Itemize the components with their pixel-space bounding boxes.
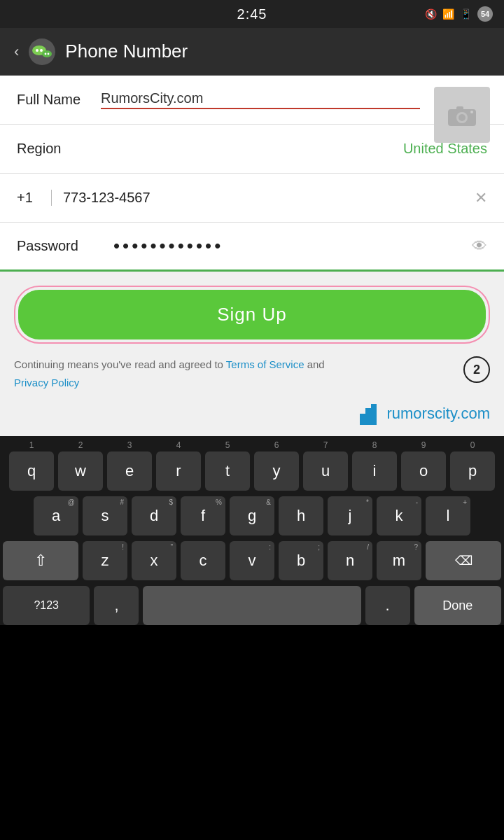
key-h[interactable]: h	[279, 496, 323, 536]
kb-row-3: ⇧ z! x" c v: b; n/ m? ⌫	[3, 541, 501, 580]
shift-key[interactable]: ⇧	[3, 541, 78, 580]
num-hint-6: 6	[254, 440, 299, 450]
key-y[interactable]: y	[254, 451, 299, 491]
key-c[interactable]: c	[181, 541, 225, 580]
terms-text: Continuing means you've read and agreed …	[14, 358, 223, 370]
terms-area: Continuing means you've read and agreed …	[0, 351, 504, 396]
key-x[interactable]: x"	[132, 541, 176, 580]
period-key[interactable]: .	[365, 586, 410, 625]
phone-number[interactable]: 773-123-4567	[63, 190, 475, 206]
wifi-icon: 📶	[442, 8, 454, 20]
privacy-link[interactable]: Privacy Policy	[14, 374, 456, 391]
kb-num-row: 1 2 3 4 5 6 7 8 9 0	[3, 440, 501, 450]
kb-row-2: a@ s# d$ f% g& h j* k- l+	[3, 496, 501, 536]
keyboard: 1 2 3 4 5 6 7 8 9 0 q w e r t y u i o p …	[0, 436, 504, 625]
and-text: and	[307, 358, 325, 370]
terms-text-block: Continuing means you've read and agreed …	[14, 356, 456, 391]
svg-point-3	[40, 49, 43, 52]
done-key[interactable]: Done	[414, 586, 501, 625]
num-hint-1: 1	[9, 440, 54, 450]
num-hint-5: 5	[205, 440, 250, 450]
svg-rect-12	[360, 414, 365, 425]
key-z[interactable]: z!	[83, 541, 127, 580]
back-button[interactable]: ‹	[14, 43, 19, 61]
header: ‹ Phone Number	[0, 28, 504, 76]
watermark-icon	[356, 401, 381, 426]
full-name-value[interactable]: RumorsCity.com	[101, 90, 420, 109]
step-badge: 2	[463, 356, 490, 383]
key-o[interactable]: o	[401, 451, 446, 491]
password-dots[interactable]: ••••••••••••	[113, 235, 472, 257]
avatar-box[interactable]	[434, 87, 490, 143]
key-e[interactable]: e	[107, 451, 152, 491]
password-label: Password	[17, 238, 101, 254]
key-d[interactable]: d$	[132, 496, 176, 536]
svg-point-4	[42, 50, 52, 57]
watermark-brand: rumorscity	[386, 405, 456, 422]
key-n[interactable]: n/	[328, 541, 372, 580]
kb-row-1: q w e r t y u i o p	[3, 451, 501, 491]
num-hint-2: 2	[58, 440, 103, 450]
eye-icon[interactable]: 👁	[472, 237, 487, 255]
watermark-area: rumorscity.com	[0, 396, 504, 436]
key-s[interactable]: s#	[83, 496, 127, 536]
key-p[interactable]: p	[450, 451, 495, 491]
key-k[interactable]: k-	[377, 496, 421, 536]
svg-point-2	[36, 49, 38, 52]
password-row: Password •••••••••••• 👁	[0, 223, 504, 272]
num-hint-7: 7	[303, 440, 348, 450]
key-t[interactable]: t	[205, 451, 250, 491]
signup-button[interactable]: Sign Up	[18, 290, 486, 340]
battery-badge: 54	[477, 6, 493, 22]
watermark-suffix: .com	[456, 405, 490, 422]
mute-icon: 🔇	[425, 8, 437, 20]
space-key[interactable]	[143, 586, 360, 625]
clear-icon[interactable]: ✕	[475, 189, 487, 207]
svg-point-5	[45, 52, 47, 55]
header-title: Phone Number	[65, 41, 188, 62]
svg-point-9	[458, 114, 465, 121]
sym-key[interactable]: ?123	[3, 586, 90, 625]
svg-point-6	[48, 52, 50, 55]
backspace-key[interactable]: ⌫	[426, 541, 501, 580]
key-f[interactable]: f%	[181, 496, 225, 536]
status-time: 2:45	[237, 6, 267, 22]
key-l[interactable]: l+	[426, 496, 470, 536]
watermark-text: rumorscity.com	[386, 405, 490, 423]
camera-icon	[447, 102, 477, 127]
svg-rect-14	[371, 404, 377, 425]
key-a[interactable]: a@	[34, 496, 78, 536]
svg-point-11	[470, 111, 473, 113]
key-b[interactable]: b;	[279, 541, 323, 580]
kb-row-4: ?123 , . Done	[3, 586, 501, 625]
key-j[interactable]: j*	[328, 496, 372, 536]
signal-icon: 📱	[460, 8, 472, 20]
comma-key[interactable]: ,	[94, 586, 139, 625]
key-r[interactable]: r	[156, 451, 201, 491]
full-name-label: Full Name	[17, 92, 101, 108]
key-u[interactable]: u	[303, 451, 348, 491]
key-w[interactable]: w	[58, 451, 103, 491]
key-m[interactable]: m?	[377, 541, 421, 580]
region-value: United States	[403, 141, 487, 157]
num-hint-0: 0	[450, 440, 495, 450]
key-v[interactable]: v:	[230, 541, 274, 580]
signup-btn-outer: Sign Up	[14, 286, 490, 344]
num-hint-3: 3	[107, 440, 152, 450]
signup-wrapper: Sign Up	[0, 272, 504, 351]
terms-row: Continuing means you've read and agreed …	[14, 356, 490, 391]
key-i[interactable]: i	[352, 451, 397, 491]
phone-row: +1 773-123-4567 ✕	[0, 174, 504, 223]
tos-link[interactable]: Terms of Service	[226, 358, 304, 370]
svg-rect-10	[456, 106, 463, 111]
status-icons: 🔇 📶 📱 54	[425, 6, 493, 22]
form-area: Full Name RumorsCity.com Region United S…	[0, 76, 504, 272]
phone-code[interactable]: +1	[17, 190, 52, 206]
full-name-row: Full Name RumorsCity.com	[0, 76, 504, 125]
key-g[interactable]: g&	[230, 496, 274, 536]
svg-rect-13	[365, 408, 371, 425]
region-row[interactable]: Region United States	[0, 125, 504, 174]
key-q[interactable]: q	[9, 451, 54, 491]
num-hint-9: 9	[401, 440, 446, 450]
wechat-logo	[29, 38, 55, 65]
